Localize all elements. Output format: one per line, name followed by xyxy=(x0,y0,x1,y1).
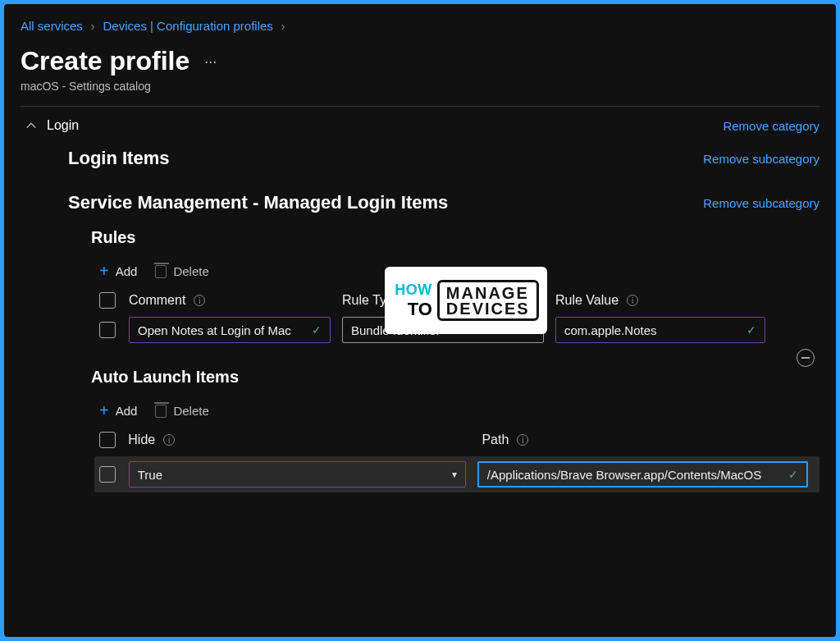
info-icon[interactable]: i xyxy=(194,295,205,306)
delete-item-button[interactable]: Delete xyxy=(155,404,208,418)
plus-icon: + xyxy=(99,401,109,420)
trash-icon xyxy=(155,405,167,418)
col-path-label: Path xyxy=(482,433,509,447)
main-panel: All services › Devices | Configuration p… xyxy=(4,4,836,637)
col-hide-label: Hide xyxy=(128,433,155,447)
check-icon: ✓ xyxy=(788,468,798,481)
delete-label: Delete xyxy=(173,264,208,278)
hide-select[interactable]: True ▾ xyxy=(129,461,466,488)
page-title: Create profile xyxy=(21,46,189,76)
breadcrumb-all-services[interactable]: All services xyxy=(21,19,83,33)
rule-value-input[interactable]: com.apple.Notes ✓ xyxy=(555,317,765,343)
breadcrumb: All services › Devices | Configuration p… xyxy=(21,19,819,33)
chevron-down-icon: ▾ xyxy=(452,469,457,480)
chevron-up-icon xyxy=(25,120,37,131)
hide-value: True xyxy=(138,468,162,482)
info-icon[interactable]: i xyxy=(627,295,638,306)
logo-devices: DEVICES xyxy=(446,301,530,317)
breadcrumb-devices[interactable]: Devices | Configuration profiles xyxy=(103,19,273,33)
select-all-checkbox[interactable] xyxy=(99,432,116,448)
collapse-button[interactable] xyxy=(797,349,815,367)
select-all-checkbox[interactable] xyxy=(99,292,116,309)
info-icon[interactable]: i xyxy=(163,434,175,446)
path-input[interactable]: /Applications/Brave Browser.app/Contents… xyxy=(477,461,808,488)
remove-category-link[interactable]: Remove category xyxy=(723,119,819,133)
delete-label: Delete xyxy=(173,404,208,418)
check-icon: ✓ xyxy=(746,323,756,337)
rule-value-text: com.apple.Notes xyxy=(564,323,657,337)
add-item-button[interactable]: + Add xyxy=(99,401,137,420)
col-rulevalue-label: Rule Value xyxy=(555,293,619,308)
logo-how: HOW xyxy=(395,282,432,299)
add-rule-button[interactable]: + Add xyxy=(99,262,137,281)
add-label: Add xyxy=(116,264,138,278)
info-icon[interactable]: i xyxy=(517,434,528,446)
comment-value: Open Notes at Login of Mac xyxy=(138,323,291,337)
remove-subcategory-link[interactable]: Remove subcategory xyxy=(703,196,819,210)
check-icon: ✓ xyxy=(312,323,322,337)
comment-input[interactable]: Open Notes at Login of Mac ✓ xyxy=(129,317,331,343)
subcategory-service-management: Service Management - Managed Login Items xyxy=(68,192,448,213)
delete-rule-button[interactable]: Delete xyxy=(155,264,208,278)
page-subtitle: macOS - Settings catalog xyxy=(21,80,819,93)
col-comment-label: Comment xyxy=(129,293,185,308)
more-button[interactable]: ... xyxy=(204,50,217,72)
divider xyxy=(21,106,819,107)
chevron-right-icon: › xyxy=(91,20,95,33)
category-name: Login xyxy=(47,118,79,133)
chevron-right-icon: › xyxy=(281,20,285,33)
trash-icon xyxy=(155,265,167,278)
plus-icon: + xyxy=(99,262,109,281)
remove-subcategory-link[interactable]: Remove subcategory xyxy=(703,152,819,166)
category-toggle[interactable]: Login xyxy=(21,118,79,133)
watermark-logo: HOW TO MANAGE DEVICES xyxy=(385,267,547,334)
logo-to: TO xyxy=(408,299,432,320)
row-checkbox[interactable] xyxy=(99,322,116,338)
add-label: Add xyxy=(116,404,138,418)
rules-title: Rules xyxy=(91,228,819,247)
path-value: /Applications/Brave Browser.app/Contents… xyxy=(487,468,761,482)
auto-launch-title: Auto Launch Items xyxy=(91,368,819,387)
row-checkbox[interactable] xyxy=(99,466,116,483)
subcategory-login-items: Login Items xyxy=(68,148,169,169)
